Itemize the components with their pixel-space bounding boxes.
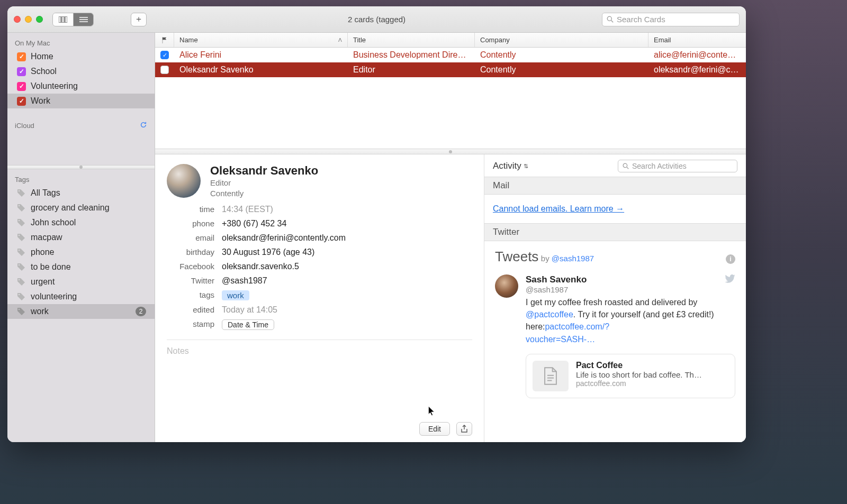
cell-email: alice@ferini@contently: [648, 50, 746, 60]
checkbox-icon: ✓: [17, 97, 26, 106]
sidebar-tag-john-school[interactable]: John school: [7, 215, 155, 230]
mail-error-link[interactable]: Cannot load emails. Learn more →: [493, 204, 624, 213]
field-value-twitter[interactable]: @sash1987: [222, 276, 472, 286]
column-company[interactable]: Company: [475, 33, 648, 47]
sidebar-splitter[interactable]: [7, 165, 155, 169]
sidebar-tag-label: All Tags: [31, 188, 60, 198]
tweet-author-name: Sash Savenko: [526, 274, 587, 285]
share-icon: [461, 425, 468, 433]
search-activities-field[interactable]: Search Activities: [618, 160, 737, 172]
sidebar-group-label: Work: [31, 96, 50, 106]
table-row[interactable]: Oleksandr Savenko Editor Contently oleks…: [155, 62, 746, 77]
info-icon[interactable]: i: [726, 254, 735, 264]
card-name: Oleksandr Savenko: [210, 164, 318, 178]
column-title[interactable]: Title: [348, 33, 475, 47]
link-card-title: Pact Coffee: [576, 361, 702, 370]
sidebar-tag-label: macpaw: [31, 233, 62, 242]
svg-point-14: [19, 279, 20, 280]
tag-icon: [17, 248, 25, 256]
cards-table: ✓ Alice Ferini Business Development Dire…: [155, 48, 746, 149]
svg-point-8: [19, 190, 20, 191]
link-card-thumb: [533, 361, 569, 391]
tag-pill[interactable]: work: [222, 290, 249, 300]
sidebar-tag-grocery[interactable]: grocery and cleaning: [7, 200, 155, 215]
tag-icon: [17, 278, 25, 286]
tweet-text: I get my coffee fresh roasted and delive…: [526, 296, 735, 345]
share-button[interactable]: [456, 422, 472, 436]
column-name[interactable]: Name ᐱ: [174, 33, 348, 47]
tweet-item[interactable]: Sash Savenko @sash1987 I get my coffee f…: [495, 274, 735, 398]
sidebar-tag-all[interactable]: All Tags: [7, 186, 155, 200]
link-card-domain: pactcoffee.com: [576, 379, 702, 388]
search-activities-placeholder: Search Activities: [632, 162, 687, 170]
tweet-link-card[interactable]: Pact Coffee Life is too short for bad co…: [526, 354, 735, 398]
tweet-author-handle: @sash1987: [526, 285, 587, 294]
sidebar-section-onmymac[interactable]: On My Mac: [7, 36, 155, 49]
flag-checkbox[interactable]: ✓: [160, 51, 169, 59]
sort-ascending-icon: ᐱ: [338, 37, 342, 43]
tweet-avatar: [495, 274, 518, 298]
sidebar-tag-label: work: [31, 307, 49, 316]
tweet-mention-link[interactable]: @pactcoffee: [526, 310, 573, 319]
notes-field[interactable]: Notes: [167, 340, 472, 356]
horizontal-splitter[interactable]: [155, 149, 746, 154]
sidebar-tag-label: John school: [31, 218, 76, 227]
stamp-button[interactable]: Date & Time: [222, 319, 274, 330]
cell-name: Oleksandr Savenko: [174, 65, 348, 75]
cell-company: Contently: [475, 50, 648, 60]
sidebar-tag-label: grocery and cleaning: [31, 203, 110, 213]
table-row[interactable]: ✓ Alice Ferini Business Development Dire…: [155, 48, 746, 62]
sidebar-group-volunteering[interactable]: ✓ Volunteering: [7, 79, 155, 94]
sidebar-group-school[interactable]: ✓ School: [7, 64, 155, 79]
column-email[interactable]: Email: [648, 33, 746, 47]
svg-point-10: [19, 220, 20, 221]
app-window: ＋ 2 cards (tagged) Search Cards On My Ma…: [7, 6, 746, 442]
updown-icon: ⇅: [524, 163, 528, 170]
sidebar-tag-work[interactable]: work 2: [7, 304, 155, 319]
search-icon: [623, 163, 629, 169]
avatar: [167, 164, 201, 198]
sidebar: On My Mac ✓ Home ✓ School ✓ Volunteering…: [7, 33, 155, 442]
sidebar-tag-label: phone: [31, 248, 55, 257]
sidebar-group-work[interactable]: ✓ Work: [7, 94, 155, 108]
sidebar-tag-volunteering[interactable]: volunteering: [7, 289, 155, 304]
sidebar-section-tags[interactable]: Tags: [7, 172, 155, 186]
sidebar-tag-macpaw[interactable]: macpaw: [7, 230, 155, 245]
tweet-link[interactable]: pactcoffee.com/?: [545, 322, 609, 331]
window-title: 2 cards (tagged): [7, 15, 746, 24]
titlebar: ＋ 2 cards (tagged) Search Cards: [7, 6, 746, 33]
svg-point-9: [19, 205, 20, 206]
field-value-time: 14:34 (EEST): [222, 205, 472, 214]
field-label: Twitter: [167, 276, 214, 286]
activity-dropdown[interactable]: Activity ⇅: [493, 161, 528, 171]
field-value-email[interactable]: oleksandr@ferini@contently.com: [222, 233, 472, 243]
sidebar-group-home[interactable]: ✓ Home: [7, 49, 155, 64]
sidebar-section-icloud[interactable]: iCloud: [7, 118, 155, 132]
field-value-edited: Today at 14:05: [222, 305, 472, 315]
sidebar-group-label: Home: [31, 52, 53, 61]
table-header: Name ᐱ Title Company Email: [155, 33, 746, 48]
cell-company: Contently: [475, 65, 648, 75]
tweets-handle-link[interactable]: @sash1987: [552, 254, 594, 263]
sidebar-tag-phone[interactable]: phone: [7, 245, 155, 260]
tweet-link[interactable]: voucher=SASH-…: [526, 335, 595, 344]
edit-button[interactable]: Edit: [419, 422, 450, 436]
sidebar-tag-urgent[interactable]: urgent: [7, 274, 155, 289]
tag-count-badge: 2: [136, 307, 146, 316]
activity-section-twitter: Twitter: [484, 223, 746, 241]
column-flag[interactable]: [155, 33, 174, 47]
sidebar-tag-label: to be done: [31, 262, 71, 272]
flag-checkbox[interactable]: [160, 66, 169, 74]
card-role: Editor: [210, 178, 318, 188]
tag-icon: [17, 307, 25, 316]
field-value-phone[interactable]: +380 (67) 452 34: [222, 219, 472, 228]
sidebar-tag-tobedone[interactable]: to be done: [7, 260, 155, 274]
refresh-icon[interactable]: [140, 121, 147, 130]
activity-section-mail: Mail: [484, 177, 746, 195]
cell-name: Alice Ferini: [174, 50, 348, 60]
tag-icon: [17, 218, 25, 227]
checkbox-icon: ✓: [17, 67, 26, 76]
field-value-facebook[interactable]: oleksandr.savenko.5: [222, 262, 472, 271]
sidebar-group-label: School: [31, 67, 57, 76]
twitter-bird-icon: [725, 274, 735, 285]
